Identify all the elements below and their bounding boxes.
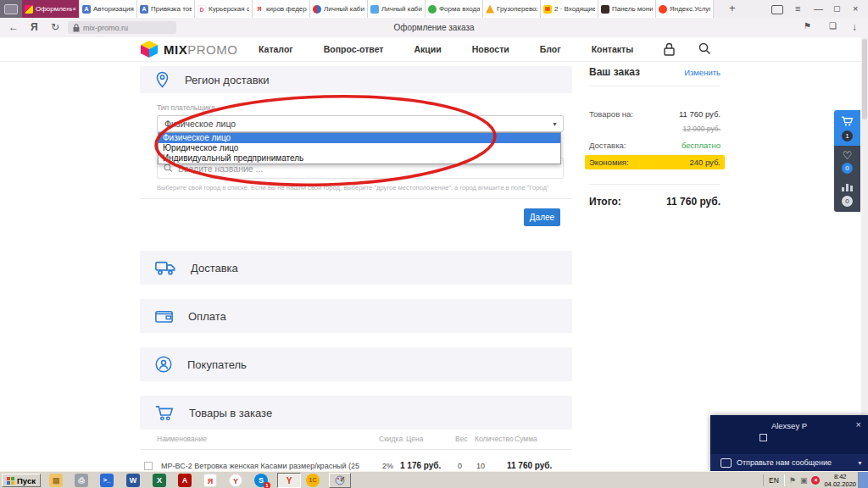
divider xyxy=(140,198,572,199)
chat-message-text: Отправьте нам сообщение xyxy=(737,458,857,467)
col-sum: Сумма xyxy=(515,435,537,443)
item-qty: 10 xyxy=(476,462,485,470)
location-pin-icon xyxy=(155,71,170,88)
comments-icon[interactable] xyxy=(771,3,783,14)
tab-favicon xyxy=(428,5,437,14)
tray-network-icon[interactable]: ▣ xyxy=(800,476,808,485)
cart-widget-button[interactable]: 1 xyxy=(834,110,860,146)
payer-type-select[interactable]: Физическое лицо ▼ xyxy=(157,115,564,132)
page-scrollbar[interactable] xyxy=(861,37,868,471)
taskbar-active-browser-button[interactable]: Y xyxy=(277,473,301,488)
message-icon xyxy=(721,458,732,468)
taskbar-printer-icon[interactable]: ⎙ xyxy=(75,474,88,487)
collections-icon[interactable]: ❏ xyxy=(829,21,837,30)
url-field[interactable]: mix-promo.ru xyxy=(68,21,176,34)
browser-tab[interactable]: Панель монито xyxy=(598,0,656,18)
taskbar-acrobat-icon[interactable]: A xyxy=(178,474,192,487)
section-payment[interactable]: Оплата xyxy=(140,299,572,333)
payer-type-value: Физическое лицо xyxy=(164,119,552,129)
taskbar-excel-icon[interactable]: X xyxy=(153,474,166,487)
edit-order-link[interactable]: Изменить xyxy=(684,68,721,77)
minimize-icon[interactable]: — xyxy=(814,3,823,15)
menu-icon[interactable]: ≡ xyxy=(795,3,800,15)
tray-alert-icon[interactable]: × xyxy=(811,476,820,485)
compare-button[interactable]: 0 xyxy=(834,180,860,207)
items-old-price: 12 000 руб. xyxy=(589,119,721,135)
browser-tab[interactable]: Личный кабин xyxy=(368,0,426,18)
chat-status-icon xyxy=(760,434,767,441)
tab-favicon: ✉ xyxy=(543,5,552,14)
payer-type-label: Тип плательщика xyxy=(157,103,215,112)
search-icon[interactable] xyxy=(698,42,711,55)
nav-faq[interactable]: Вопрос-ответ xyxy=(324,44,384,54)
tab-group-icon[interactable] xyxy=(4,4,18,14)
favorites-button[interactable]: ♡ 0 xyxy=(834,150,860,174)
account-lock-icon[interactable] xyxy=(664,42,675,56)
restore-icon[interactable]: ▢ xyxy=(833,3,841,15)
browser-tab[interactable]: Форма входа в xyxy=(426,0,483,18)
site-logo[interactable]: MIXPROMO xyxy=(140,40,237,58)
taskbar-clock[interactable]: 8:4204.02.2020 xyxy=(824,473,856,488)
download-icon[interactable]: ↓ xyxy=(852,21,857,33)
row-checkbox[interactable] xyxy=(144,462,153,470)
section-delivery[interactable]: Доставка xyxy=(140,251,572,285)
tab-favicon: A xyxy=(140,5,148,14)
widget-panel: ♡ 0 0 xyxy=(834,146,860,212)
taskbar-explorer-icon[interactable]: ▤ xyxy=(49,474,63,487)
taskbar-word-icon[interactable]: W xyxy=(126,474,140,487)
new-tab-button[interactable]: + xyxy=(729,2,736,14)
payer-type-dropdown: Физическое лицо Юридическое лицо Индивид… xyxy=(158,132,561,164)
total-row: Итого:11 760 руб. xyxy=(589,196,721,208)
nav-contacts[interactable]: Контакты xyxy=(592,44,634,54)
taskbar-yandex-icon[interactable]: Я xyxy=(203,474,217,487)
summary-title: Ваш заказ xyxy=(589,66,640,78)
section-payment-title: Оплата xyxy=(188,310,226,323)
taskbar-skype-icon[interactable]: S1 xyxy=(254,474,268,487)
tab-favicon: D xyxy=(198,5,206,14)
browser-tab[interactable]: AАвторизация, р xyxy=(80,0,137,18)
taskbar-powershell-icon[interactable]: >_ xyxy=(100,474,114,487)
tray-flag-icon[interactable]: ⚑ xyxy=(789,476,796,485)
section-customer[interactable]: Покупатель xyxy=(140,347,572,381)
col-weight: Вес xyxy=(455,435,468,443)
browser-tab[interactable]: Грузоперевозк xyxy=(483,0,541,18)
tab-close-icon[interactable]: × xyxy=(72,5,76,13)
browser-tab[interactable]: AПривязка това xyxy=(137,0,195,18)
chat-close-icon[interactable]: × xyxy=(856,419,861,430)
nav-promos[interactable]: Акции xyxy=(415,44,442,54)
section-order-items[interactable]: Товары в заказе xyxy=(140,396,572,430)
item-discount: 2% xyxy=(382,462,393,470)
browser-tab-active[interactable]: Оформлени × xyxy=(22,0,80,18)
section-region[interactable]: Регион доставки xyxy=(140,66,572,93)
dropdown-option-entrepreneur[interactable]: Индивидуальный предприниматель xyxy=(159,153,560,164)
browser-tab[interactable]: ✉2 · Входящие xyxy=(541,0,598,18)
taskbar-1c-icon[interactable]: 1С xyxy=(306,474,320,487)
tab-favicon xyxy=(486,5,494,14)
cart-icon xyxy=(155,405,174,421)
section-region-title: Регион доставки xyxy=(185,74,270,86)
language-indicator[interactable]: EN xyxy=(763,474,785,486)
chat-collapse-icon[interactable]: ▼ xyxy=(857,460,863,466)
divider xyxy=(589,86,721,86)
chat-message-bar[interactable]: Отправьте нам сообщение ▼ xyxy=(710,454,868,471)
nav-news[interactable]: Новости xyxy=(472,44,509,54)
close-window-icon[interactable]: × xyxy=(853,3,858,15)
browser-tab[interactable]: DКурьерская слу xyxy=(195,0,253,18)
browser-tab[interactable]: Якиров федерал xyxy=(253,0,310,18)
start-button[interactable]: Пуск xyxy=(2,474,41,487)
logo-cube-icon xyxy=(140,40,159,58)
nav-blog[interactable]: Блог xyxy=(540,44,561,54)
scrollbar-thumb[interactable] xyxy=(862,39,867,119)
item-price: 1 176 руб. xyxy=(400,461,441,470)
chat-widget: Alexsey P × Отправьте нам сообщение ▼ xyxy=(710,415,868,471)
taskbar-paint-button[interactable] xyxy=(329,473,351,488)
nav-catalog[interactable]: Каталог xyxy=(259,44,293,54)
browser-tab[interactable]: Яндекс.Услуги xyxy=(656,0,714,18)
show-desktop-button[interactable] xyxy=(858,472,868,488)
bookmark-icon[interactable]: ⚑ xyxy=(804,21,811,30)
taskbar-ybrowser-icon[interactable]: Y xyxy=(229,474,242,487)
dropdown-option-legal[interactable]: Юридическое лицо xyxy=(159,143,560,153)
next-button[interactable]: Далее xyxy=(524,208,560,226)
browser-tab[interactable]: Личный кабин xyxy=(310,0,368,18)
dropdown-option-individual[interactable]: Физическое лицо xyxy=(159,133,560,143)
